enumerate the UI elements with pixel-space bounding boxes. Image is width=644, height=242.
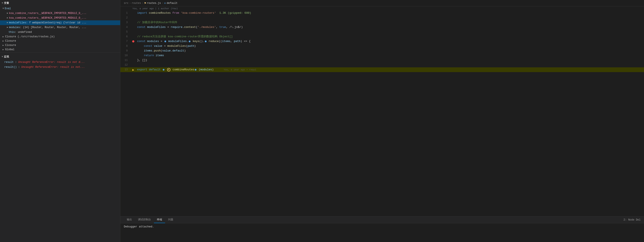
code-line-2: 2 <box>120 15 644 20</box>
eval-item-0-expand: ▶ <box>7 11 8 15</box>
eval-expand: ▼ <box>2 7 4 10</box>
breadcrumb-file: routes.js <box>147 2 161 5</box>
bottom-tabs: 输出 调试控制台 终端 问题 2: Node Del <box>120 217 644 223</box>
line-content-3: // 加载目录中的Router中间件 <box>136 20 644 25</box>
breadcrumb-routes: routes <box>132 2 141 5</box>
watch-item-0-key: result <box>4 61 14 64</box>
watch-section: ▼ 监视 result : Uncaught ReferenceError: r… <box>0 54 120 70</box>
line-content-8: const value = moduleFiles(path) <box>136 44 644 48</box>
eval-item-4: this: undefined <box>0 30 120 34</box>
eval-item-1-expand: ▶ <box>7 16 8 19</box>
breadcrumb: src › routes › ⚑ routes.js › ⊙ default <box>120 0 644 6</box>
line-content-7: const modules = moduleFiles. keys(). red… <box>136 39 644 44</box>
closure-3-expand: ▶ <box>2 48 4 51</box>
tab-output[interactable]: 输出 <box>124 217 135 223</box>
eval-label: Eval <box>5 7 11 10</box>
closure-0-expand: ▶ <box>2 35 4 38</box>
line-num-11: 11 <box>120 59 131 62</box>
closure-item-0[interactable]: ▶ Closure (./src/routes/routes.js) <box>0 34 120 39</box>
line-num-8: 8 <box>120 45 131 48</box>
line-content-10: return items <box>136 53 644 58</box>
line-arrow-7 <box>131 40 136 42</box>
line-num-3: 3 <box>120 21 131 24</box>
variables-chevron: ▼ <box>2 2 3 4</box>
tab-output-label: 输出 <box>127 218 132 221</box>
line-num-4: 4 <box>120 26 131 29</box>
tab-problems-label: 问题 <box>168 218 173 221</box>
eval-item-1-name: koa_combine_routers__WEBPACK_IMPORTED_MO… <box>9 16 86 20</box>
line-num-1: 1 <box>120 11 131 14</box>
closure-2-label: Closure <box>5 44 16 47</box>
eval-header[interactable]: ▼ Eval <box>0 6 120 11</box>
watch-item-1: result() : Uncaught ReferenceError: resu… <box>0 65 120 70</box>
line-num-5: 5 <box>120 30 131 33</box>
breadcrumb-sep-3: › <box>162 2 163 5</box>
right-panel: src › routes › ⚑ routes.js › ⊙ default Y… <box>120 0 644 242</box>
tab-terminal-label: 终端 <box>157 218 162 221</box>
closure-2-expand: ▶ <box>2 44 4 47</box>
code-line-3: 3 // 加载目录中的Router中间件 <box>120 20 644 25</box>
code-line-11: 11 }, []) <box>120 58 644 63</box>
watch-item-0-colon: : <box>15 61 18 64</box>
line-num-12: 12 <box>120 64 131 67</box>
tab-problems[interactable]: 问题 <box>165 217 176 223</box>
eval-item-2[interactable]: ▶ moduleFiles: f webpackContext(req) {\n… <box>0 20 120 25</box>
code-line-1: 1 import combineRoutes from 'koa-combine… <box>120 11 644 15</box>
line-content-1: import combineRoutes from 'koa-combine-r… <box>136 11 644 15</box>
terminal-badge: 2: Node Del <box>624 218 640 221</box>
closure-item-2[interactable]: ▶ Closure <box>0 43 120 47</box>
line-num-6: 6 <box>120 35 131 38</box>
code-line-5: 5 <box>120 30 644 34</box>
line-num-10: 10 <box>120 54 131 57</box>
closure-1-label: Closure <box>5 39 16 42</box>
watch-item-1-key: result() <box>4 66 17 69</box>
tab-terminal[interactable]: 终端 <box>154 217 165 223</box>
variables-header[interactable]: ▼ 变量 <box>0 0 120 6</box>
line-num-13: 13 <box>120 68 131 71</box>
blame-text: You, a year ago | 1 author (You) <box>132 7 178 10</box>
breadcrumb-func-icon: ⊙ <box>164 1 166 5</box>
closure-item-1[interactable]: ▶ Closure <box>0 39 120 43</box>
terminal-badge-label: 2: Node Del <box>624 218 640 221</box>
line-num-2: 2 <box>120 16 131 19</box>
code-line-10: 10 return items <box>120 53 644 58</box>
watch-label: 监视 <box>4 55 9 59</box>
exec-arrow-13: ▶ <box>132 68 134 72</box>
routes-file-icon: ⚑ <box>144 1 146 5</box>
line-content-11: }, []) <box>136 58 644 63</box>
eval-item-2-name: moduleFiles: f webpackContext(req) {\n\t… <box>9 21 86 25</box>
eval-item-3[interactable]: ▶ modules: (14) [Router, Router, Router,… <box>0 25 120 30</box>
tab-debug-console[interactable]: 调试控制台 <box>135 217 154 223</box>
eval-item-1[interactable]: ▶ koa_combine_routers__WEBPACK_IMPORTED_… <box>0 16 120 20</box>
eval-item-3-name: modules: (14) [Router, Router, Router, R… <box>9 25 86 29</box>
bottom-panel: 输出 调试控制台 终端 问题 2: Node Del Debugger atta… <box>120 216 644 242</box>
closure-1-expand: ▶ <box>2 40 4 42</box>
terminal-content: Debugger attached. <box>120 223 644 230</box>
blame-line: You, a year ago | 1 author (You) <box>120 6 644 11</box>
code-line-8: 8 const value = moduleFiles(path) <box>120 44 644 48</box>
breadcrumb-func: default <box>167 2 178 5</box>
watch-item-1-colon: : <box>18 66 21 69</box>
eval-item-4-name: this: undefined <box>8 30 32 34</box>
line-content-9: items.push(value.default) <box>136 48 644 53</box>
line-content-13: export default ▶ combineRoutes (modules)… <box>136 67 644 72</box>
eval-item-0-name: koa_combine_routers__WEBPACK_IMPORTED_MO… <box>9 11 86 15</box>
breakpoint-dot-7 <box>132 40 134 42</box>
eval-item-3-expand: ▶ <box>7 25 8 29</box>
code-line-4: 4 const moduleFiles = require.context('.… <box>120 25 644 30</box>
line-arrow-13: ▶ <box>131 68 136 72</box>
closure-item-3[interactable]: ▶ Global <box>0 47 120 52</box>
variables-label: 变量 <box>4 1 9 5</box>
code-line-6: 6 // reduce方法去拼接 koa-combine-router所需的数据… <box>120 34 644 39</box>
breadcrumb-sep-1: › <box>130 2 131 5</box>
line-content-4: const moduleFiles = require.context('./m… <box>136 25 644 30</box>
code-line-13: 13 ▶ export default ▶ combineRoutes (mod… <box>120 67 644 72</box>
watch-header[interactable]: ▼ 监视 <box>0 54 120 60</box>
code-area[interactable]: 1 import combineRoutes from 'koa-combine… <box>120 11 644 216</box>
closure-0-label: Closure (./src/routes/routes.js) <box>5 35 54 38</box>
line-content-6: // reduce方法去拼接 koa-combine-router所需的数据结构… <box>136 34 644 39</box>
terminal-text: Debugger attached. <box>124 225 154 228</box>
eval-item-0[interactable]: ▶ koa_combine_routers__WEBPACK_IMPORTED_… <box>0 11 120 16</box>
watch-chevron: ▼ <box>2 56 3 58</box>
breadcrumb-src: src <box>124 2 128 5</box>
